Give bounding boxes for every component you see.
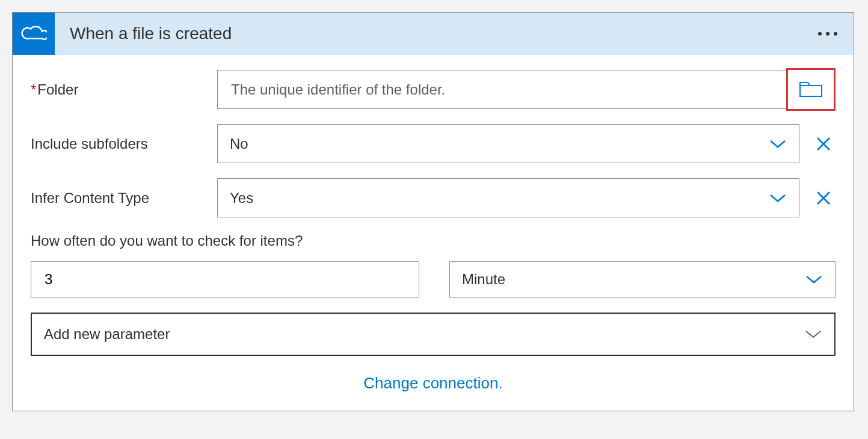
include-subfolders-value: No xyxy=(230,135,248,152)
folder-input-wrapper xyxy=(217,70,836,109)
folder-picker-button[interactable] xyxy=(786,68,836,111)
add-parameter-label: Add new parameter xyxy=(44,326,170,343)
include-subfolders-select[interactable]: No xyxy=(217,124,799,163)
card-menu-button[interactable] xyxy=(817,31,854,37)
infer-content-type-row: Infer Content Type Yes xyxy=(31,178,836,217)
polling-question: How often do you want to check for items… xyxy=(31,232,836,249)
svg-point-0 xyxy=(818,32,822,36)
remove-include-subfolders-button[interactable] xyxy=(811,132,836,156)
infer-content-type-value: Yes xyxy=(230,190,253,207)
folder-label-text: Folder xyxy=(37,81,78,98)
card-body: *Folder Include subfolders No xyxy=(13,55,854,411)
chevron-down-icon xyxy=(804,329,822,340)
ellipsis-icon xyxy=(817,31,839,37)
chevron-down-icon xyxy=(769,139,787,149)
close-icon xyxy=(815,135,832,152)
close-icon xyxy=(815,190,832,207)
folder-row: *Folder xyxy=(31,70,836,109)
trigger-card: When a file is created *Folder xyxy=(12,12,854,411)
change-connection-link[interactable]: Change connection. xyxy=(31,374,836,393)
interval-unit-value: Minute xyxy=(462,271,505,288)
polling-row: Minute xyxy=(31,261,836,297)
cloud-icon xyxy=(20,25,47,42)
include-subfolders-label: Include subfolders xyxy=(31,135,217,152)
folder-input-col xyxy=(217,70,836,109)
required-indicator: * xyxy=(31,81,36,98)
card-title: When a file is created xyxy=(55,24,817,43)
chevron-down-icon xyxy=(769,193,787,204)
interval-unit-select[interactable]: Minute xyxy=(449,261,836,297)
chevron-down-icon xyxy=(805,274,823,285)
include-subfolders-input-col: No xyxy=(217,124,836,163)
include-subfolders-row: Include subfolders No xyxy=(31,124,836,163)
folder-label: *Folder xyxy=(31,81,217,98)
infer-content-type-input-col: Yes xyxy=(217,178,836,217)
add-parameter-select[interactable]: Add new parameter xyxy=(31,313,836,356)
folder-icon xyxy=(799,81,823,99)
infer-content-type-select[interactable]: Yes xyxy=(217,178,799,217)
interval-input[interactable] xyxy=(31,261,419,297)
onedrive-icon-box xyxy=(13,13,55,55)
svg-point-1 xyxy=(826,32,830,36)
folder-input[interactable] xyxy=(217,70,836,109)
infer-content-type-label: Infer Content Type xyxy=(31,190,217,207)
card-header: When a file is created xyxy=(13,13,854,55)
remove-infer-content-type-button[interactable] xyxy=(811,186,836,210)
svg-point-2 xyxy=(834,32,837,36)
